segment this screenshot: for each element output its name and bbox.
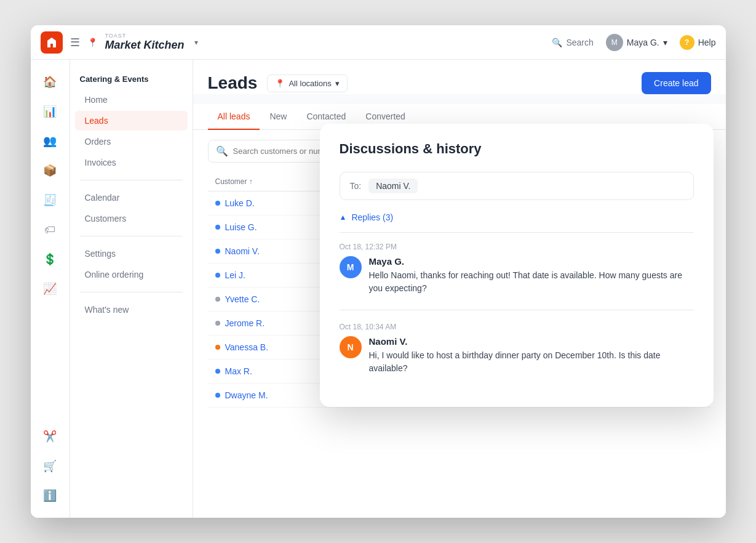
message-author-2: Naomi V. (369, 336, 694, 347)
user-avatar: M (606, 34, 623, 51)
message-content-2: Naomi V. Hi, I would like to host a birt… (369, 336, 694, 375)
sidebar-item-calendar[interactable]: Calendar (75, 188, 188, 207)
create-lead-button[interactable]: Create lead (642, 72, 710, 94)
status-dot (215, 273, 220, 278)
top-bar-right: 🔍 Search M Maya G. ▾ ? Help (552, 34, 715, 51)
help-label: Help (698, 38, 716, 47)
sidebar-item-leads[interactable]: Leads (75, 111, 188, 131)
replies-label: Replies (3) (351, 212, 393, 222)
iconbar-dollar[interactable]: 💲 (38, 247, 62, 272)
status-dot (215, 225, 220, 230)
brand-chevron-icon[interactable]: ▾ (194, 38, 198, 47)
location-icon: 📍 (87, 38, 98, 47)
iconbar-users[interactable]: 👥 (38, 129, 62, 153)
brand-name: TOAST Market Kitchen (105, 33, 185, 52)
iconbar-cart[interactable]: 🛒 (38, 454, 62, 478)
message-author-row-2: N Naomi V. Hi, I would like to host a bi… (340, 336, 694, 375)
user-chevron-icon: ▾ (663, 38, 667, 47)
message-avatar-1: M (340, 256, 362, 278)
sidebar-item-whats-new[interactable]: What's new (75, 300, 188, 320)
sidebar: Catering & Events Home Leads Orders Invo… (70, 60, 193, 518)
sidebar-divider-2 (80, 236, 183, 236)
message-block-2: Oct 18, 10:34 AM N Naomi V. Hi, I would … (340, 323, 694, 375)
discussion-title: Discussions & history (340, 141, 694, 157)
message-content-1: Maya G. Hello Naomi, thanks for reaching… (369, 256, 694, 295)
message-author-1: Maya G. (369, 256, 694, 267)
sidebar-item-orders[interactable]: Orders (75, 132, 188, 151)
icon-bar: 🏠 📊 👥 📦 🧾 🏷 💲 📈 ✂️ 🛒 ℹ️ (31, 60, 70, 518)
search-icon: 🔍 (552, 38, 562, 47)
status-dot (215, 321, 220, 326)
sidebar-orders-label: Orders (85, 137, 111, 147)
location-pin-icon: 📍 (275, 79, 285, 88)
status-dot (215, 249, 220, 254)
help-icon: ? (680, 35, 694, 50)
tab-new[interactable]: New (260, 104, 296, 130)
sidebar-calendar-label: Calendar (85, 193, 120, 203)
sidebar-divider-1 (80, 180, 183, 180)
replies-chevron-icon: ▲ (340, 213, 347, 222)
hamburger-icon[interactable]: ☰ (70, 36, 80, 49)
message-timestamp-2: Oct 18, 10:34 AM (340, 323, 694, 331)
sidebar-divider-3 (80, 292, 183, 292)
sidebar-home-label: Home (85, 95, 108, 105)
iconbar-chart[interactable]: 📊 (38, 99, 62, 124)
message-divider (340, 310, 694, 310)
message-timestamp-1: Oct 18, 12:32 PM (340, 243, 694, 251)
location-chevron-icon: ▾ (335, 79, 340, 88)
sidebar-section-title: Catering & Events (70, 70, 193, 89)
user-menu-button[interactable]: M Maya G. ▾ (606, 34, 667, 51)
to-field: To: Naomi V. (340, 172, 694, 200)
tab-all-leads[interactable]: All leads (208, 104, 260, 130)
discussion-panel: Discussions & history To: Naomi V. ▲ Rep… (320, 124, 714, 407)
iconbar-analytics[interactable]: 📈 (38, 276, 62, 301)
page-title: Leads (208, 73, 258, 93)
user-name: Maya G. (627, 38, 659, 47)
iconbar-home[interactable]: 🏠 (38, 70, 62, 94)
sidebar-item-customers[interactable]: Customers (75, 209, 188, 228)
status-dot (215, 345, 220, 350)
sidebar-settings-label: Settings (85, 249, 116, 259)
location-label: All locations (288, 79, 331, 88)
leads-title-row: Leads 📍 All locations ▾ (208, 73, 348, 93)
sidebar-item-online-ordering[interactable]: Online ordering (75, 265, 188, 284)
sidebar-invoices-label: Invoices (85, 158, 116, 167)
leads-header: Leads 📍 All locations ▾ Create lead (193, 60, 726, 94)
iconbar-receipts[interactable]: 🧾 (38, 188, 62, 212)
to-label: To: (350, 181, 362, 191)
message-text-1: Hello Naomi, thanks for reaching out! Th… (369, 269, 694, 295)
iconbar-orders[interactable]: 📦 (38, 158, 62, 183)
sidebar-customers-label: Customers (85, 214, 127, 223)
search-icon: 🔍 (216, 145, 228, 157)
location-dropdown[interactable]: 📍 All locations ▾ (267, 74, 347, 92)
sidebar-online-ordering-label: Online ordering (85, 270, 144, 280)
message-block-1: Oct 18, 12:32 PM M Maya G. Hello Naomi, … (340, 243, 694, 295)
status-dot (215, 297, 220, 302)
message-author-row-1: M Maya G. Hello Naomi, thanks for reachi… (340, 256, 694, 295)
sidebar-whats-new-label: What's new (85, 305, 129, 315)
brand-main: Market Kitchen (105, 39, 185, 52)
help-button[interactable]: ? Help (680, 35, 716, 50)
app-window: ☰ 📍 TOAST Market Kitchen ▾ 🔍 Search M Ma… (31, 25, 726, 518)
message-avatar-2: N (340, 336, 362, 358)
iconbar-tag[interactable]: 🏷 (38, 217, 62, 242)
sidebar-item-invoices[interactable]: Invoices (75, 153, 188, 172)
top-bar: ☰ 📍 TOAST Market Kitchen ▾ 🔍 Search M Ma… (31, 25, 726, 60)
sidebar-item-settings[interactable]: Settings (75, 244, 188, 263)
iconbar-scissors[interactable]: ✂️ (38, 424, 62, 449)
search-button[interactable]: 🔍 Search (552, 38, 593, 47)
sidebar-item-home[interactable]: Home (75, 90, 188, 110)
status-dot (215, 369, 220, 374)
app-logo[interactable] (41, 31, 63, 54)
search-label: Search (566, 38, 593, 47)
message-text-2: Hi, I would like to host a birthday dinn… (369, 349, 694, 375)
status-dot (215, 201, 220, 206)
sidebar-leads-label: Leads (85, 116, 108, 126)
replies-row[interactable]: ▲ Replies (3) (340, 212, 694, 233)
recipient-chip[interactable]: Naomi V. (368, 179, 418, 193)
status-dot (215, 393, 220, 398)
iconbar-info[interactable]: ℹ️ (38, 483, 62, 508)
